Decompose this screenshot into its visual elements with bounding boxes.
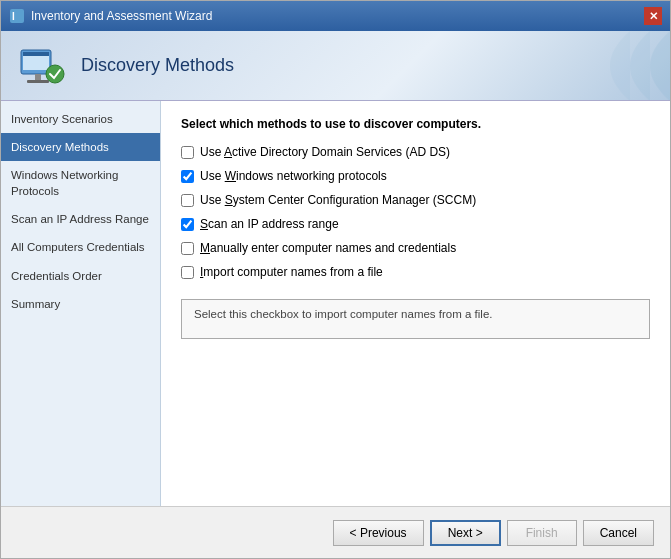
main-content: Inventory Scenarios Discovery Methods Wi…	[1, 101, 670, 506]
header-icon	[17, 42, 65, 90]
finish-button[interactable]: Finish	[507, 520, 577, 546]
option-row-5: Manually enter computer names and creden…	[181, 241, 650, 255]
svg-rect-6	[27, 80, 49, 83]
sidebar: Inventory Scenarios Discovery Methods Wi…	[1, 101, 161, 506]
svg-point-7	[46, 65, 64, 83]
option-row-2: Use Windows networking protocols	[181, 169, 650, 183]
hint-text: Select this checkbox to import computer …	[194, 308, 492, 320]
cancel-button[interactable]: Cancel	[583, 520, 654, 546]
option-row-6: Import computer names from a file	[181, 265, 650, 279]
sidebar-item-discovery-methods[interactable]: Discovery Methods	[1, 133, 160, 161]
sidebar-item-credentials[interactable]: All Computers Credentials	[1, 233, 160, 261]
label-ad-ds[interactable]: Use Active Directory Domain Services (AD…	[200, 145, 450, 159]
option-row-1: Use Active Directory Domain Services (AD…	[181, 145, 650, 159]
svg-text:I: I	[12, 11, 15, 22]
previous-button[interactable]: < Previous	[333, 520, 424, 546]
checkbox-sccm[interactable]	[181, 194, 194, 207]
hint-box: Select this checkbox to import computer …	[181, 299, 650, 339]
checkbox-manually-enter[interactable]	[181, 242, 194, 255]
svg-rect-4	[23, 52, 49, 56]
window-title: Inventory and Assessment Wizard	[31, 9, 212, 23]
checkbox-import-file[interactable]	[181, 266, 194, 279]
app-icon: I	[9, 8, 25, 24]
next-button[interactable]: Next >	[430, 520, 501, 546]
header-banner: Discovery Methods	[1, 31, 670, 101]
titlebar: I Inventory and Assessment Wizard ✕	[1, 1, 670, 31]
sidebar-item-windows-networking[interactable]: Windows Networking Protocols	[1, 161, 160, 205]
checkbox-ad-ds[interactable]	[181, 146, 194, 159]
header-title: Discovery Methods	[81, 55, 234, 76]
label-windows-networking[interactable]: Use Windows networking protocols	[200, 169, 387, 183]
wizard-window: I Inventory and Assessment Wizard ✕ Disc…	[0, 0, 671, 559]
label-sccm[interactable]: Use System Center Configuration Manager …	[200, 193, 476, 207]
decorative-waves	[470, 31, 670, 101]
sidebar-item-inventory-scenarios[interactable]: Inventory Scenarios	[1, 105, 160, 133]
sidebar-item-credentials-order[interactable]: Credentials Order	[1, 262, 160, 290]
option-row-3: Use System Center Configuration Manager …	[181, 193, 650, 207]
label-scan-ip[interactable]: Scan an IP address range	[200, 217, 339, 231]
sidebar-item-scan-ip[interactable]: Scan an IP Address Range	[1, 205, 160, 233]
svg-rect-5	[35, 74, 41, 80]
label-manually-enter[interactable]: Manually enter computer names and creden…	[200, 241, 456, 255]
label-import-file[interactable]: Import computer names from a file	[200, 265, 383, 279]
content-instruction: Select which methods to use to discover …	[181, 117, 650, 131]
sidebar-item-summary[interactable]: Summary	[1, 290, 160, 318]
titlebar-left: I Inventory and Assessment Wizard	[9, 8, 212, 24]
option-row-4: Scan an IP address range	[181, 217, 650, 231]
checkbox-scan-ip[interactable]	[181, 218, 194, 231]
content-panel: Select which methods to use to discover …	[161, 101, 670, 506]
close-button[interactable]: ✕	[644, 7, 662, 25]
footer: < Previous Next > Finish Cancel	[1, 506, 670, 558]
checkbox-windows-networking[interactable]	[181, 170, 194, 183]
